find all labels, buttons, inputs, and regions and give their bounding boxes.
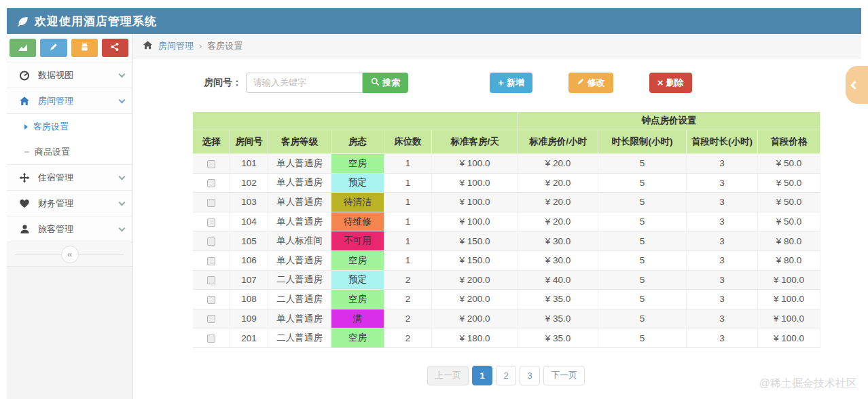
cell-first-price: ¥ 100.0 [758,309,820,328]
cell-first-duration: 3 [687,328,758,348]
cell-room-number: 108 [230,290,268,309]
breadcrumb: 房间管理 › 客房设置 [133,34,861,58]
sidebar-item-guest-management[interactable]: 旅客管理 [7,216,132,242]
cell-room-grade: 二人普通房 [268,270,331,290]
add-button[interactable]: + 新增 [490,73,532,93]
cell-room-status: 空房 [331,328,384,348]
row-checkbox[interactable] [207,335,215,343]
row-checkbox[interactable] [207,179,215,187]
cell-beds: 1 [384,250,432,270]
submenu-item-label: 客房设置 [33,121,69,133]
watermark: @稀土掘金技术社区 [759,377,857,391]
next-page-button[interactable]: 下一页 [543,366,585,385]
sidebar-item-finance-management[interactable]: 财务管理 [7,191,132,216]
page-title: 欢迎使用酒店管理系统 [35,14,157,29]
room-number-label: 房间号： [204,77,242,89]
home-icon [143,40,153,52]
arrows-move-icon [18,172,31,183]
cell-room-status: 预定 [331,173,384,193]
search-button[interactable]: 搜索 [363,73,408,93]
row-checkbox[interactable] [207,218,215,227]
row-checkbox[interactable] [207,238,215,246]
cell-hour-price: ¥ 20.0 [518,154,598,174]
cell-first-duration: 3 [687,193,758,212]
add-button-label: 新增 [507,77,524,89]
row-checkbox[interactable] [207,276,215,284]
sidebar-item-room-management[interactable]: 房间管理 [7,88,132,114]
quick-area-chart-button[interactable] [10,39,36,57]
cell-time-limit: 5 [598,173,687,193]
cell-first-duration: 3 [687,270,758,290]
cell-hour-price: ¥ 20.0 [518,212,598,231]
edit-button-label: 修改 [587,77,605,89]
leaf-icon [16,15,29,28]
cell-hour-price: ¥ 35.0 [518,309,598,328]
row-checkbox[interactable] [207,315,215,323]
table-header: 钟点房价设置 选择 房间号 客房等级 房态 床位数 标准客房/天 标准房价/小时… [193,112,820,154]
sidebar-item-goods-settings[interactable]: 商品设置 [7,139,132,164]
edit-button[interactable]: 修改 [568,73,613,93]
room-management-submenu: 客房设置 商品设置 [7,114,132,165]
cell-room-grade: 单人普通房 [268,154,331,174]
sidebar-item-data-view[interactable]: 数据视图 [7,62,132,88]
table-row: 105 单人标准间 不可用 1 ¥ 150.0 ¥ 30.0 5 3 ¥ 80.… [193,231,820,251]
cell-room-status: 空房 [331,154,384,174]
breadcrumb-room-management[interactable]: 房间管理 [158,40,194,52]
cell-select [193,212,230,231]
cell-select [193,154,230,174]
sidebar-item-lodging-management[interactable]: 住宿管理 [7,165,132,191]
row-checkbox[interactable] [207,160,215,168]
sidebar-collapse-button[interactable]: « [61,246,79,263]
cell-beds: 2 [384,290,432,309]
cell-first-duration: 3 [687,231,758,251]
row-checkbox[interactable] [207,257,215,265]
cell-hour-price: ¥ 35.0 [518,328,598,348]
page-button-2[interactable]: 2 [496,366,516,385]
table-row: 109 单人普通房 满 2 ¥ 200.0 ¥ 35.0 5 3 ¥ 100.0 [193,309,820,328]
cell-first-duration: 3 [687,173,758,193]
quick-android-button[interactable] [71,39,98,57]
cell-day-price: ¥ 180.0 [432,328,518,348]
sidebar-item-room-settings[interactable]: 客房设置 [7,114,132,139]
quick-pencil-button[interactable] [40,39,67,57]
cell-room-grade: 单人普通房 [268,173,331,193]
share-icon [110,42,120,54]
page-button-1[interactable]: 1 [472,366,492,385]
cell-select [193,193,230,212]
cell-beds: 1 [384,212,432,231]
cell-beds: 2 [384,328,432,348]
page-button-3[interactable]: 3 [520,366,540,385]
table-row: 108 二人普通房 空房 2 ¥ 200.0 ¥ 35.0 5 3 ¥ 100.… [193,290,820,309]
row-checkbox[interactable] [207,296,215,304]
cell-room-grade: 二人普通房 [268,328,331,348]
search-input[interactable] [246,73,363,93]
cell-first-price: ¥ 50.0 [758,193,820,212]
top-header-bar: 欢迎使用酒店管理系统 [7,8,861,34]
col-room-grade: 客房等级 [268,130,331,154]
col-first-price: 首段价格 [758,130,820,154]
user-icon [18,224,31,234]
cell-room-grade: 单人普通房 [268,193,331,212]
delete-button[interactable]: × 删除 [649,73,692,93]
heart-icon [18,198,31,208]
hourly-price-group-header: 钟点房价设置 [518,112,820,130]
cell-beds: 1 [384,193,432,212]
sidebar: 数据视图 房间管理 客房设置 商品设置 住宿管理 [7,34,133,399]
cell-select [193,309,230,328]
header-spacer-cell [193,112,518,130]
floating-side-widget[interactable] [846,66,868,104]
cell-day-price: ¥ 200.0 [432,309,518,328]
table-row: 201 二人普通房 空房 2 ¥ 180.0 ¥ 35.0 5 3 ¥ 100.… [193,328,820,348]
cell-time-limit: 5 [598,193,687,212]
row-checkbox[interactable] [207,199,215,207]
sidebar-item-label: 数据视图 [38,69,120,81]
table-row: 106 单人普通房 空房 1 ¥ 150.0 ¥ 30.0 5 3 ¥ 80.0 [193,250,820,270]
prev-page-button[interactable]: 上一页 [427,366,469,385]
cell-select [193,270,230,290]
cell-day-price: ¥ 100.0 [432,173,518,193]
cell-hour-price: ¥ 20.0 [518,173,598,193]
sidebar-collapse-row: « [7,242,132,267]
breadcrumb-room-settings: 客房设置 [207,40,242,52]
quick-share-button[interactable] [102,39,128,57]
sidebar-item-label: 财务管理 [38,197,120,210]
